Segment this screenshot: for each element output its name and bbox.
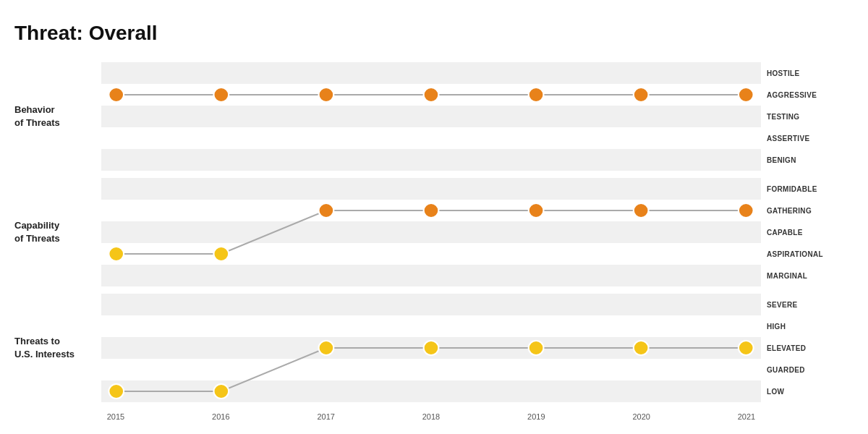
row-label-capability: Capabilityof Threats	[14, 219, 101, 245]
scale-label-capability-3: ASPIRATIONAL	[767, 243, 854, 265]
band-capability-3	[101, 243, 761, 265]
x-label-2016: 2016	[206, 412, 235, 421]
scale-label-threats-us-1: HIGH	[767, 315, 854, 337]
x-axis-row: 2015201620172018201920202021	[14, 412, 854, 421]
x-label-2020: 2020	[627, 412, 656, 421]
chart-area-behavior	[101, 62, 761, 171]
band-behavior-2	[101, 106, 761, 127]
scale-label-threats-us-4: LOW	[767, 380, 854, 402]
page-title: Threat: Overall	[14, 22, 854, 45]
scale-label-behavior-0: HOSTILE	[767, 62, 854, 84]
band-capability-2	[101, 221, 761, 243]
band-capability-4	[101, 265, 761, 286]
row-label-behavior: Behaviorof Threats	[14, 103, 101, 129]
scale-labels-threats-us: SEVEREHIGHELEVATEDGUARDEDLOW	[767, 294, 854, 402]
scale-label-capability-0: FORMIDABLE	[767, 178, 854, 200]
chart-row-behavior: Behaviorof ThreatsHOSTILEAGGRESSIVETESTI…	[14, 62, 854, 171]
band-capability-1	[101, 200, 761, 221]
chart-row-threats-us: Threats toU.S. InterestsSEVEREHIGHELEVAT…	[14, 294, 854, 402]
x-label-2018: 2018	[417, 412, 446, 421]
scale-label-behavior-2: TESTING	[767, 106, 854, 127]
band-threats-us-3	[101, 359, 761, 380]
band-behavior-0	[101, 62, 761, 84]
scale-label-threats-us-2: ELEVATED	[767, 337, 854, 359]
chart-area-threats-us	[101, 294, 761, 402]
charts-container: Behaviorof ThreatsHOSTILEAGGRESSIVETESTI…	[14, 62, 854, 421]
x-label-2015: 2015	[101, 412, 130, 421]
scale-label-behavior-1: AGGRESSIVE	[767, 84, 854, 106]
band-behavior-4	[101, 149, 761, 171]
scale-label-capability-2: CAPABLE	[767, 221, 854, 243]
row-label-threats-us: Threats toU.S. Interests	[14, 335, 101, 361]
band-threats-us-0	[101, 294, 761, 315]
band-threats-us-4	[101, 380, 761, 402]
scale-labels-behavior: HOSTILEAGGRESSIVETESTINGASSERTIVEBENIGN	[767, 62, 854, 171]
band-threats-us-2	[101, 337, 761, 359]
band-threats-us-1	[101, 315, 761, 337]
scale-label-threats-us-0: SEVERE	[767, 294, 854, 315]
scale-label-behavior-4: BENIGN	[767, 149, 854, 171]
scale-label-capability-1: GATHERING	[767, 200, 854, 221]
scale-label-capability-4: MARGINAL	[767, 265, 854, 286]
band-behavior-3	[101, 127, 761, 149]
scale-label-behavior-3: ASSERTIVE	[767, 127, 854, 149]
x-label-2021: 2021	[732, 412, 761, 421]
band-behavior-1	[101, 84, 761, 106]
x-label-2019: 2019	[522, 412, 550, 421]
scale-label-threats-us-3: GUARDED	[767, 359, 854, 380]
chart-area-capability	[101, 178, 761, 286]
x-label-2017: 2017	[312, 412, 341, 421]
scale-labels-capability: FORMIDABLEGATHERINGCAPABLEASPIRATIONALMA…	[767, 178, 854, 286]
chart-row-capability: Capabilityof ThreatsFORMIDABLEGATHERINGC…	[14, 178, 854, 286]
x-axis: 2015201620172018201920202021	[101, 412, 761, 421]
band-capability-0	[101, 178, 761, 200]
